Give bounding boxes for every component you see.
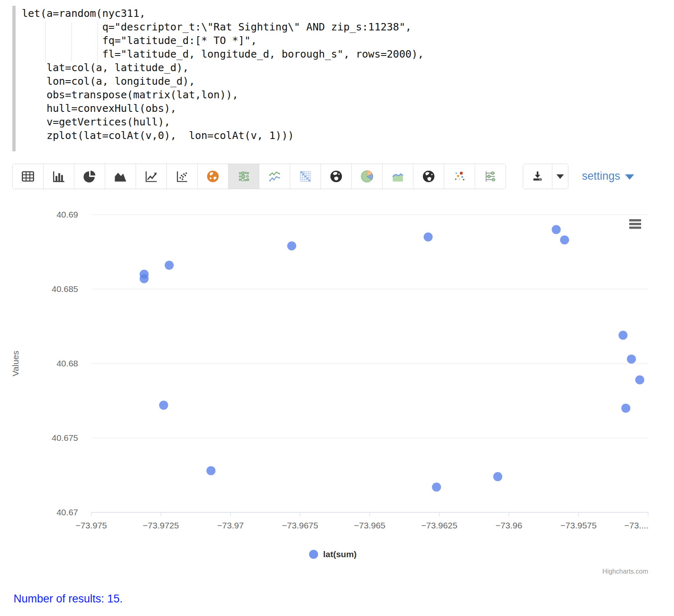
- area-chart-icon: [113, 169, 128, 184]
- data-point[interactable]: [165, 261, 174, 270]
- x-axis-label: −73.965: [354, 521, 385, 530]
- x-axis-label: −73.975: [76, 521, 107, 530]
- chart-type-area-colored-button[interactable]: [382, 164, 413, 189]
- data-point[interactable]: [206, 466, 215, 475]
- hamburger-bar: [629, 219, 641, 222]
- legend-label: lat(sum): [323, 549, 357, 559]
- chevron-down-icon: [625, 174, 634, 180]
- scatter-plot-icon: [175, 169, 189, 184]
- x-axis-label: −73.96: [496, 521, 522, 530]
- download-icon: [531, 170, 544, 183]
- data-point[interactable]: [619, 331, 628, 340]
- settings-label: settings: [582, 170, 620, 183]
- download-options-button[interactable]: [552, 164, 568, 189]
- globe-dark-icon: [421, 169, 436, 184]
- data-point[interactable]: [560, 236, 569, 245]
- data-point[interactable]: [552, 225, 561, 234]
- x-axis-label: −73....: [624, 521, 649, 530]
- chart-type-button-group: [12, 164, 506, 189]
- chart-type-globe1-button[interactable]: [321, 164, 351, 189]
- y-axis-label: 40.69: [56, 210, 78, 219]
- x-axis-label: −73.9725: [143, 521, 179, 530]
- x-axis-label: −73.9575: [561, 521, 597, 530]
- chart-type-area-button[interactable]: [105, 164, 136, 189]
- legend-marker-icon: [309, 550, 318, 559]
- chart-type-table-button[interactable]: [13, 164, 43, 189]
- editor-gutter-bar: [12, 6, 16, 151]
- y-axis-label: 40.67: [56, 507, 78, 517]
- x-axis-label: −73.9625: [421, 521, 457, 530]
- bubble-chart-icon: [236, 169, 251, 184]
- chart-type-bubble-button[interactable]: [228, 164, 259, 189]
- y-axis-label: 40.68: [56, 359, 78, 368]
- pie-chart-icon: [82, 169, 97, 184]
- chart-type-line-button[interactable]: [136, 164, 166, 189]
- data-point[interactable]: [140, 274, 149, 283]
- results-count-text: Number of results: 15.: [14, 593, 123, 605]
- column-chart-icon: [51, 169, 66, 184]
- chart-toolbar: settings: [0, 164, 674, 189]
- multi-line-chart-icon: [267, 169, 282, 184]
- chart-context-menu-button[interactable]: [629, 219, 641, 229]
- highcharts-credits[interactable]: Highcharts.com: [602, 568, 648, 575]
- table-icon: [21, 169, 35, 184]
- data-point[interactable]: [493, 472, 502, 481]
- chevron-down-icon: [556, 174, 564, 179]
- x-axis-label: −73.97: [217, 521, 244, 530]
- data-point[interactable]: [287, 241, 296, 250]
- heatmap-icon: [298, 169, 313, 184]
- code-editor: let(a=random(nyc311, q="descriptor_t:\"R…: [0, 0, 674, 156]
- chart-type-pie-colored-button[interactable]: [351, 164, 382, 189]
- code-content[interactable]: let(a=random(nyc311, q="descriptor_t:\"R…: [22, 7, 424, 142]
- chart-legend-item[interactable]: lat(sum): [12, 548, 653, 560]
- levels-icon: [483, 169, 498, 184]
- area-chart-colored-icon: [390, 169, 405, 184]
- chart-type-scatter-button[interactable]: [166, 164, 197, 189]
- hamburger-bar: [629, 223, 641, 225]
- chart-type-levels-button[interactable]: [475, 164, 505, 189]
- data-point[interactable]: [621, 404, 630, 413]
- data-point[interactable]: [424, 232, 433, 241]
- data-point[interactable]: [159, 401, 168, 410]
- y-axis-label: 40.685: [52, 284, 78, 294]
- data-point[interactable]: [635, 375, 644, 384]
- y-axis-label: 40.675: [52, 433, 78, 442]
- chart-type-column-button[interactable]: [43, 164, 74, 189]
- scatter-colored-icon: [452, 169, 467, 184]
- line-chart-icon: [144, 169, 159, 184]
- globe-orange-icon: [205, 169, 220, 184]
- chart-svg: 40.6940.68540.6840.67540.67−73.975−73.97…: [0, 197, 674, 549]
- data-point[interactable]: [627, 354, 636, 364]
- y-axis-title: Values: [11, 351, 20, 377]
- chart-type-globe2-button[interactable]: [413, 164, 444, 189]
- scatter-chart: 40.6940.68540.6840.67540.67−73.975−73.97…: [0, 197, 674, 549]
- chart-type-heatmap-button[interactable]: [290, 164, 321, 189]
- data-point[interactable]: [432, 482, 441, 491]
- download-button-group: [523, 164, 568, 189]
- pie-chart-colored-icon: [360, 169, 374, 184]
- hamburger-bar: [629, 227, 641, 229]
- settings-link[interactable]: settings: [582, 164, 634, 188]
- chart-type-pie-button[interactable]: [74, 164, 105, 189]
- globe-dark-icon: [329, 169, 344, 184]
- download-button[interactable]: [523, 164, 552, 189]
- chart-type-scatter-colored-button[interactable]: [444, 164, 475, 189]
- x-axis-label: −73.9675: [282, 521, 318, 530]
- chart-type-map-orange-button[interactable]: [197, 164, 228, 189]
- chart-type-multiline-button[interactable]: [259, 164, 290, 189]
